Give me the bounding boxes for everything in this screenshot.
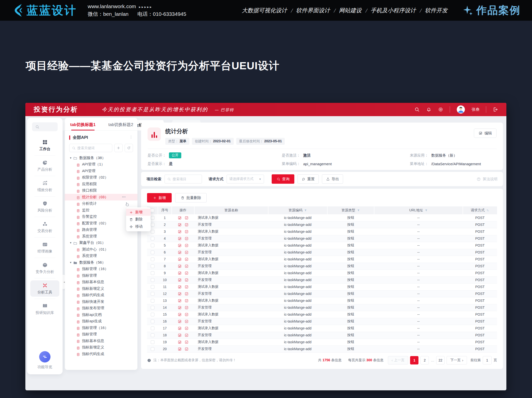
- bell-icon[interactable]: [426, 107, 432, 112]
- edit-icon[interactable]: [178, 291, 182, 296]
- column-header[interactable]: URL地址: [374, 206, 463, 214]
- sidebar-item[interactable]: 投研知识库: [30, 301, 59, 317]
- tree-search-input[interactable]: [69, 144, 112, 152]
- approve-icon[interactable]: [184, 236, 189, 241]
- add-node-button[interactable]: [114, 144, 123, 152]
- edit-icon[interactable]: [178, 347, 182, 351]
- row-checkbox[interactable]: [147, 304, 158, 311]
- edit-icon[interactable]: [178, 229, 182, 234]
- row-checkbox[interactable]: [147, 235, 158, 242]
- batch-delete-button[interactable]: 批量删除: [175, 193, 207, 202]
- row-checkbox[interactable]: [147, 242, 158, 249]
- tree-node[interactable]: 统计分析（03）⋯: [65, 194, 137, 200]
- sidebar-search-input[interactable]: [32, 122, 58, 131]
- edit-icon[interactable]: [178, 298, 182, 303]
- reset-button[interactable]: 重置: [298, 174, 319, 184]
- edit-icon[interactable]: [178, 216, 182, 220]
- row-checkbox[interactable]: [147, 249, 158, 256]
- approve-icon[interactable]: [184, 250, 189, 254]
- edit-icon[interactable]: [178, 305, 182, 310]
- logout-icon[interactable]: [493, 107, 498, 112]
- approve-icon[interactable]: [184, 326, 189, 330]
- edit-icon[interactable]: [178, 326, 182, 330]
- tree-node[interactable]: 指标基本信息: [65, 338, 137, 344]
- approve-icon[interactable]: [184, 291, 189, 296]
- row-checkbox[interactable]: [147, 276, 158, 283]
- approve-icon[interactable]: [184, 278, 189, 282]
- sidebar-item[interactable]: 风险分析: [30, 199, 59, 215]
- approve-icon[interactable]: [184, 264, 189, 268]
- edit-icon[interactable]: [178, 257, 182, 261]
- user-name[interactable]: 张叁: [472, 107, 480, 112]
- method-select[interactable]: 请选择请求方式 ▼: [227, 175, 264, 183]
- approve-icon[interactable]: [184, 243, 189, 248]
- row-checkbox[interactable]: [147, 256, 158, 263]
- approve-icon[interactable]: [184, 347, 189, 351]
- add-button[interactable]: 新增: [147, 193, 172, 202]
- row-checkbox[interactable]: [147, 297, 158, 304]
- row-checkbox[interactable]: [147, 332, 158, 339]
- more-dots-icon[interactable]: [129, 135, 133, 140]
- edit-icon[interactable]: [178, 278, 182, 282]
- tree-node[interactable]: 指标管理（16）: [65, 266, 137, 272]
- sidebar-item[interactable]: 工作台: [30, 137, 59, 153]
- context-menu-item[interactable]: 新增: [126, 209, 151, 216]
- edit-icon[interactable]: [178, 271, 182, 275]
- sidebar-item[interactable]: 竞争力分析: [30, 260, 59, 276]
- avatar[interactable]: [456, 105, 465, 114]
- row-checkbox[interactable]: [147, 270, 158, 276]
- row-checkbox[interactable]: [147, 283, 158, 290]
- tree-tab-1[interactable]: tab切换标题1: [70, 122, 96, 130]
- project-search-field[interactable]: [173, 177, 199, 181]
- tree-node[interactable]: API管理: [65, 168, 137, 174]
- row-checkbox[interactable]: [147, 290, 158, 297]
- tree-node[interactable]: 指标管理: [65, 331, 137, 338]
- tree-node[interactable]: 指标发布管理: [65, 305, 137, 312]
- tree-node[interactable]: 指标快速开发: [65, 298, 137, 305]
- tree-folder[interactable]: ▼数据服务（56）: [65, 259, 137, 266]
- approve-icon[interactable]: [184, 257, 189, 261]
- filter-icon[interactable]: [423, 208, 428, 212]
- context-menu-item[interactable]: 删除: [126, 216, 151, 223]
- prev-page-button[interactable]: ‹ 上一页: [388, 356, 408, 364]
- approve-icon[interactable]: [184, 312, 189, 317]
- next-page-button[interactable]: 下一页 ›: [447, 356, 467, 364]
- tree-node[interactable]: 指标管理（16）: [65, 325, 137, 331]
- tree-tab-2[interactable]: tab切换标题2: [108, 122, 133, 130]
- tree-node[interactable]: 指标代码生成: [65, 351, 137, 357]
- row-checkbox[interactable]: [147, 263, 158, 270]
- tree-node[interactable]: 指标新增定义: [65, 285, 137, 292]
- page-number[interactable]: 1: [410, 356, 418, 364]
- column-header[interactable]: 资源编码: [268, 206, 327, 214]
- tree-node[interactable]: API管理（1）: [65, 161, 137, 168]
- edit-icon[interactable]: [178, 340, 182, 344]
- edit-icon[interactable]: [178, 243, 182, 248]
- query-button[interactable]: 查询: [272, 174, 294, 184]
- tree-folder[interactable]: ▼聚鑫平台（01）: [65, 240, 137, 246]
- edit-button[interactable]: 编辑: [474, 128, 497, 138]
- tree-node[interactable]: 指标管理: [65, 272, 137, 279]
- approve-icon[interactable]: [184, 333, 189, 337]
- tree-node[interactable]: 指标api生成: [65, 318, 137, 325]
- row-checkbox[interactable]: [147, 325, 158, 332]
- sidebar-item[interactable]: 产品分析: [30, 158, 59, 174]
- page-number[interactable]: 22: [436, 356, 445, 364]
- page-number[interactable]: 2: [420, 356, 429, 364]
- row-checkbox[interactable]: [147, 345, 158, 352]
- approve-icon[interactable]: [184, 216, 189, 220]
- export-button[interactable]: 导出: [322, 174, 343, 184]
- row-checkbox[interactable]: [147, 311, 158, 318]
- tree-node[interactable]: 系统管理: [65, 253, 137, 259]
- tree-node[interactable]: 接口权限: [65, 187, 137, 194]
- approve-icon[interactable]: [184, 298, 189, 303]
- approve-icon[interactable]: [184, 222, 189, 227]
- edit-icon[interactable]: [178, 333, 182, 337]
- caret-down-icon[interactable]: ▼: [69, 241, 73, 244]
- project-search-input[interactable]: [165, 175, 202, 183]
- approve-icon[interactable]: [184, 319, 189, 324]
- edit-icon[interactable]: [178, 264, 182, 268]
- sidebar-item-feature-tour[interactable]: 功能导览: [37, 351, 52, 369]
- sort-icon[interactable]: [485, 208, 489, 212]
- approve-icon[interactable]: [184, 305, 189, 310]
- sidebar-item[interactable]: 交易分析: [30, 219, 59, 235]
